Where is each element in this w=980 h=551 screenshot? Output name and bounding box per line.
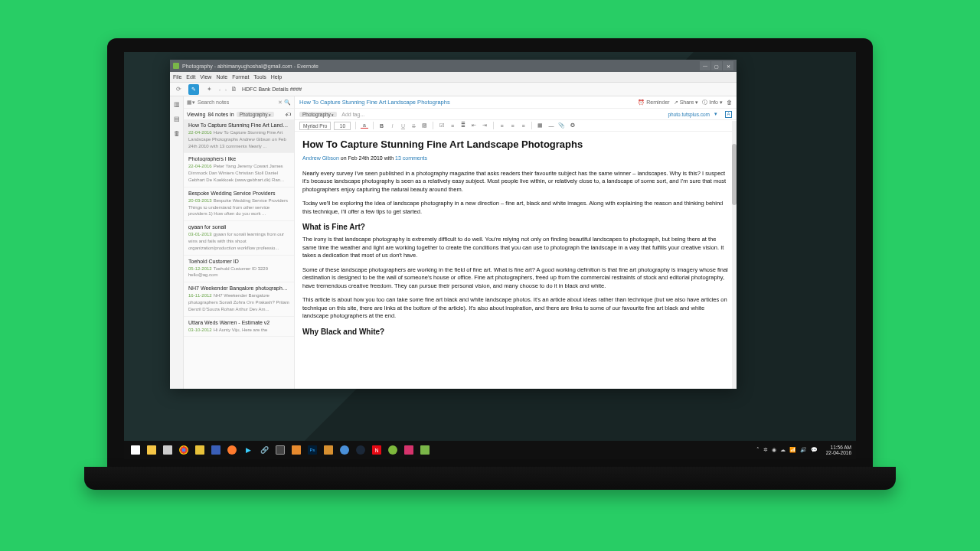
app-icon-1[interactable]: [193, 443, 207, 457]
back-arrow-icon[interactable]: ‹: [219, 87, 220, 92]
font-size-select[interactable]: 10: [334, 122, 351, 130]
app-icon-4[interactable]: [322, 443, 335, 457]
notifications-icon[interactable]: 💬: [811, 447, 818, 453]
sync-button[interactable]: ⟳: [173, 84, 184, 95]
star-button[interactable]: ✦: [204, 84, 214, 95]
note-item[interactable]: Toehold Customer ID05-12-2012 Toehold Cu…: [184, 256, 294, 283]
comments-link[interactable]: 13 comments: [395, 155, 427, 161]
link-icon[interactable]: 🔗: [257, 443, 271, 457]
note-item-snippet: Hi Aunty Viju, Here are the: [214, 328, 268, 332]
note-item-title: Toehold Customer ID: [188, 259, 289, 264]
menu-file[interactable]: File: [173, 74, 181, 80]
start-button[interactable]: [129, 443, 142, 457]
italic-icon[interactable]: I: [388, 123, 396, 129]
checkbox-icon[interactable]: ☑: [438, 122, 446, 129]
play-icon[interactable]: ▶: [241, 443, 255, 457]
app-icon-6[interactable]: [386, 443, 400, 457]
simplify-icon[interactable]: A: [725, 111, 732, 118]
menu-tools[interactable]: Tools: [253, 74, 266, 80]
strike-icon[interactable]: S: [410, 123, 417, 129]
tray-icon[interactable]: ◉: [772, 447, 776, 453]
firefox-icon[interactable]: [225, 443, 239, 457]
editor-title-row: How To Capture Stunning Fine Art Landsca…: [295, 96, 737, 109]
share-icon: ↗: [674, 99, 678, 106]
source-url[interactable]: photo.tutsplus.com: [668, 112, 710, 117]
add-tag-input[interactable]: Add tag...: [341, 112, 364, 117]
font-select[interactable]: Myriad Pro: [299, 122, 331, 130]
note-item[interactable]: gyaan for sonali03-01-2013 gyaan for son…: [184, 221, 294, 255]
store-icon[interactable]: [161, 443, 175, 457]
explorer-icon[interactable]: [145, 443, 158, 457]
note-tag[interactable]: Photography: [299, 112, 337, 117]
bold-icon[interactable]: B: [377, 123, 385, 129]
more-format-icon[interactable]: ✪: [569, 122, 577, 129]
number-list-icon[interactable]: ≣: [459, 122, 467, 129]
menu-help[interactable]: Help: [271, 74, 282, 80]
notes-sidebar-icon[interactable]: ▥: [174, 101, 180, 108]
note-title-input[interactable]: How To Capture Stunning Fine Art Landsca…: [299, 99, 634, 106]
scrollbar-thumb[interactable]: [732, 144, 737, 205]
chrome-icon[interactable]: [177, 443, 191, 457]
trash-sidebar-icon[interactable]: 🗑: [174, 130, 180, 137]
note-item[interactable]: Bespoke Wedding Service Providers20-03-2…: [184, 187, 294, 221]
note-item[interactable]: NH7 Weekender Bangalore photographers16-…: [184, 282, 294, 316]
search-input[interactable]: [198, 99, 278, 105]
photoshop-icon[interactable]: Ps: [305, 443, 319, 457]
align-right-icon[interactable]: ≡: [519, 123, 527, 129]
document-body[interactable]: How To Capture Stunning Fine Art Landsca…: [295, 132, 737, 389]
evernote-taskbar-icon[interactable]: [418, 443, 432, 457]
tray-expand-icon[interactable]: ˄: [756, 447, 760, 453]
app-icon-2[interactable]: [209, 443, 223, 457]
menu-note[interactable]: Note: [216, 74, 227, 80]
app-icon-3[interactable]: [289, 443, 303, 457]
align-center-icon[interactable]: ≡: [508, 123, 516, 129]
search-icon[interactable]: 🔍: [284, 99, 291, 106]
font-color-icon[interactable]: a: [361, 122, 368, 129]
menu-view[interactable]: View: [200, 74, 211, 80]
breadcrumb[interactable]: HDFC Bank Details ####: [242, 86, 302, 92]
favorites-sidebar-icon[interactable]: ▤: [174, 116, 180, 122]
new-note-button[interactable]: ✎: [188, 84, 199, 95]
volume-icon[interactable]: 🔊: [800, 447, 807, 453]
underline-icon[interactable]: U: [399, 123, 407, 129]
minimize-button[interactable]: —: [700, 61, 710, 70]
outdent-icon[interactable]: ⇤: [470, 122, 478, 129]
delete-button[interactable]: 🗑: [727, 99, 732, 105]
notebook-pill[interactable]: Photography: [237, 112, 274, 117]
indent-icon[interactable]: ⇥: [481, 122, 488, 129]
forward-arrow-icon[interactable]: ›: [225, 87, 227, 92]
app-icon-7[interactable]: [402, 443, 416, 457]
menu-format[interactable]: Format: [232, 74, 249, 80]
tray-icon[interactable]: ☁: [780, 447, 786, 453]
filter-icon[interactable]: 🏷: [286, 112, 291, 117]
close-button[interactable]: ✕: [723, 61, 733, 70]
highlight-icon[interactable]: ▨: [420, 122, 428, 129]
calculator-icon[interactable]: [273, 443, 287, 457]
info-button[interactable]: ⓘInfo ▾: [702, 99, 723, 106]
tray-icon[interactable]: ✲: [763, 447, 768, 453]
note-item[interactable]: Uttara Weds Warren - Estimate v203-10-20…: [184, 317, 294, 337]
clear-search-icon[interactable]: ✕: [278, 99, 283, 106]
notebooks-icon[interactable]: ▦▾: [187, 99, 195, 106]
titlebar[interactable]: Photography - abhimanyughoshal@gmail.com…: [170, 60, 737, 72]
hr-icon[interactable]: —: [547, 123, 555, 129]
note-item[interactable]: How To Capture Stunning Fine Art Landsc.…: [184, 119, 294, 153]
bullet-list-icon[interactable]: ≡: [449, 123, 456, 129]
share-button[interactable]: ↗Share ▾: [674, 99, 699, 106]
note-item-title: How To Capture Stunning Fine Art Landsc.…: [188, 122, 289, 128]
align-left-icon[interactable]: ≡: [498, 123, 505, 129]
author-link[interactable]: Andrew Gibson: [302, 155, 339, 161]
notes-scroll[interactable]: How To Capture Stunning Fine Art Landsc.…: [184, 119, 294, 389]
taskbar-clock[interactable]: 11:56 AM 22-04-2016: [826, 445, 851, 455]
note-item[interactable]: Photographers I like22-04-2016 Peter Yan…: [184, 153, 294, 187]
netflix-icon[interactable]: N: [370, 443, 384, 457]
menu-edit[interactable]: Edit: [186, 74, 195, 80]
laptop-base: [84, 467, 896, 490]
attach-icon[interactable]: 📎: [558, 122, 566, 129]
wifi-icon[interactable]: 📶: [789, 447, 796, 453]
reminder-button[interactable]: ⏰Reminder: [638, 99, 669, 106]
maximize-button[interactable]: ▢: [711, 61, 722, 70]
steam-icon[interactable]: [354, 443, 368, 457]
app-icon-5[interactable]: [338, 443, 351, 457]
table-icon[interactable]: ▦: [537, 122, 544, 129]
